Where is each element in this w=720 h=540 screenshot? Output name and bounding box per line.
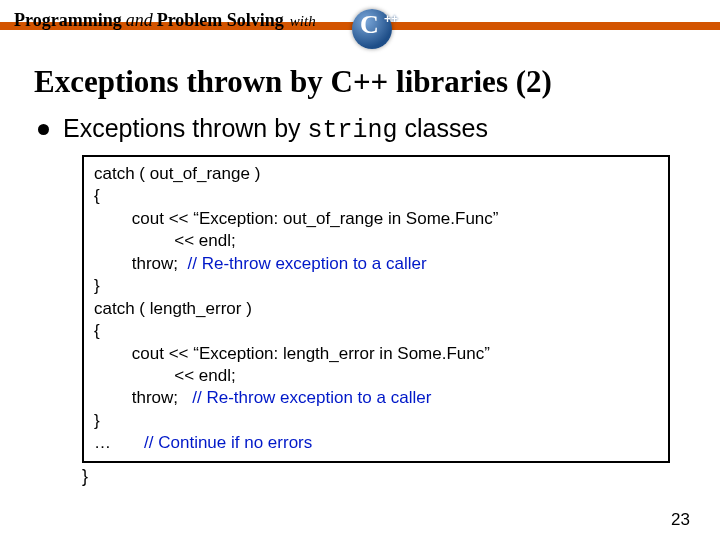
bullet-text: Exceptions thrown by string classes xyxy=(63,114,488,145)
cpp-logo-letter: C xyxy=(360,10,379,40)
code-line: cout << “Exception: out_of_range in Some… xyxy=(94,208,658,230)
bullet-text-before: Exceptions thrown by xyxy=(63,114,308,142)
banner-word-problem-solving: Problem Solving xyxy=(157,10,284,31)
slide-title: Exceptions thrown by C++ libraries (2) xyxy=(34,64,720,100)
code-line: catch ( length_error ) xyxy=(94,298,658,320)
code-comment: // Continue if no errors xyxy=(144,433,312,452)
code-line: << endl; xyxy=(94,365,658,387)
code-line: cout << “Exception: length_error in Some… xyxy=(94,343,658,365)
code-line: } xyxy=(94,275,658,297)
code-closing-brace: } xyxy=(82,466,720,487)
header-banner: Programming and Problem Solving with C +… xyxy=(0,0,720,56)
book-title: Programming and Problem Solving with xyxy=(14,10,316,31)
code-line: throw; // Re-throw exception to a caller xyxy=(94,387,658,409)
bullet-text-after: classes xyxy=(398,114,488,142)
code-line: { xyxy=(94,320,658,342)
code-comment: // Re-throw exception to a caller xyxy=(192,388,431,407)
page-number: 23 xyxy=(671,510,690,530)
banner-word-with: with xyxy=(290,13,316,30)
bullet-item: Exceptions thrown by string classes xyxy=(38,114,720,145)
cpp-logo: C ++ xyxy=(346,3,402,45)
banner-word-and: and xyxy=(126,10,153,31)
code-line: } xyxy=(94,410,658,432)
code-line: catch ( out_of_range ) xyxy=(94,163,658,185)
cpp-logo-plus: ++ xyxy=(384,15,398,23)
code-line: << endl; xyxy=(94,230,658,252)
banner-word-programming: Programming xyxy=(14,10,122,31)
code-line: … // Continue if no errors xyxy=(94,432,658,454)
code-comment: // Re-throw exception to a caller xyxy=(188,254,427,273)
code-block: catch ( out_of_range ) { cout << “Except… xyxy=(82,155,670,463)
bullet-code-word: string xyxy=(308,116,398,145)
code-line: throw; // Re-throw exception to a caller xyxy=(94,253,658,275)
code-line: { xyxy=(94,185,658,207)
bullet-icon xyxy=(38,124,49,135)
